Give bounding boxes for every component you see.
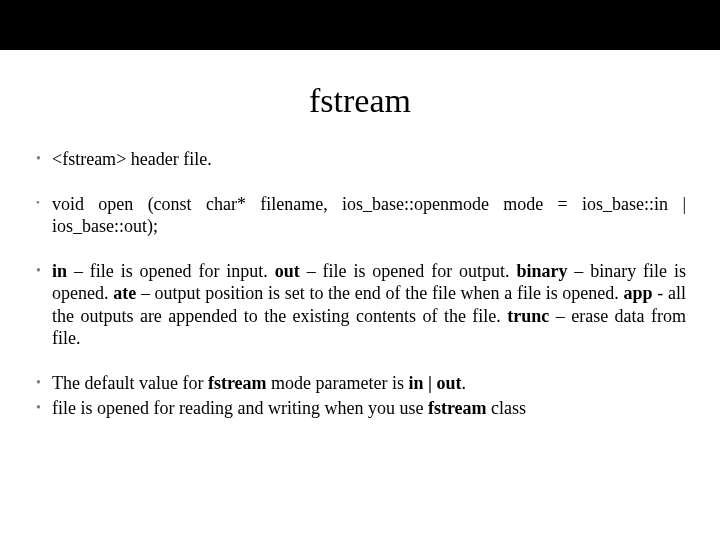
bullet-text: The default value for <box>52 373 208 393</box>
bullet-text: – output position is set to the end of t… <box>136 283 623 303</box>
bullet-item: <fstream> header file. <box>34 148 686 171</box>
slide-title: fstream <box>0 82 720 120</box>
slide-body: <fstream> header file. void open (const … <box>0 148 720 420</box>
bullet-text: file is opened for reading and writing w… <box>52 398 428 418</box>
bullet-text: – file is opened for input. <box>67 261 275 281</box>
keyword-ate: ate <box>113 283 136 303</box>
keyword-fstream: fstream <box>428 398 487 418</box>
keyword-trunc: trunc <box>507 306 549 326</box>
keyword-inout: in | out <box>409 373 462 393</box>
bullet-text: class <box>487 398 527 418</box>
keyword-fstream: fstream <box>208 373 267 393</box>
bullet-text: void open (const char* filename, ios_bas… <box>52 194 686 237</box>
bullet-text: <fstream> header file. <box>52 149 212 169</box>
keyword-out: out <box>275 261 300 281</box>
bullet-item: in – file is opened for input. out – fil… <box>34 260 686 350</box>
bullet-item: The default value for fstream mode param… <box>34 372 686 395</box>
keyword-binary: binary <box>516 261 567 281</box>
bullet-text: – file is opened for output. <box>300 261 517 281</box>
bullet-item: file is opened for reading and writing w… <box>34 397 686 420</box>
keyword-app: app <box>624 283 653 303</box>
bullet-text: mode parameter is <box>267 373 409 393</box>
title-bar <box>0 0 720 50</box>
bullet-text: . <box>462 373 467 393</box>
keyword-in: in <box>52 261 67 281</box>
bullet-item: void open (const char* filename, ios_bas… <box>34 193 686 238</box>
